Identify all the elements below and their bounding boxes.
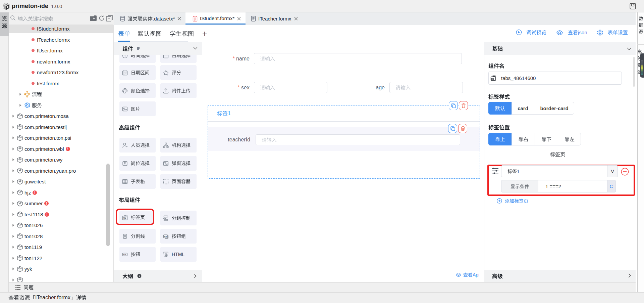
svg-text:BTN: BTN bbox=[123, 254, 126, 255]
svg-text:Tab: Tab bbox=[492, 78, 494, 80]
svg-text:BTN: BTN bbox=[164, 235, 167, 237]
